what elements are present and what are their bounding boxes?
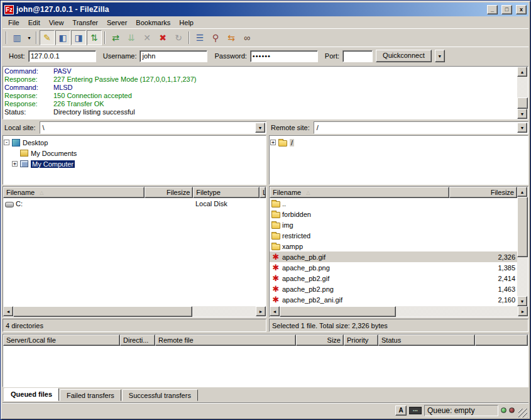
remote-file-row[interactable]: ✱apache_pb2_ani.gif 2,160 <box>270 294 517 305</box>
tree-item-root[interactable]: + / <box>270 137 527 148</box>
toggle-queue-view-icon[interactable]: ⇅ <box>87 30 102 45</box>
remote-file-row-selected[interactable]: ✱apache_pb.gif 2,326 <box>270 251 517 262</box>
find-files-icon[interactable]: ∞ <box>239 30 255 45</box>
combo-dropdown-icon[interactable]: ▼ <box>517 123 527 133</box>
app-icon: Fz <box>4 5 14 14</box>
scrollbar-thumb[interactable] <box>280 306 396 317</box>
scrollbar-thumb[interactable] <box>517 197 528 257</box>
directory-comparison-icon[interactable]: ⚲ <box>208 30 223 45</box>
remote-vertical-scrollbar[interactable]: ▲ ▼ <box>517 187 528 306</box>
refresh-icon[interactable]: ⇄ <box>108 30 123 45</box>
remote-file-row[interactable]: ✱apache_pb.png 1,385 <box>270 262 517 273</box>
menu-transfer[interactable]: Transfer <box>68 18 102 28</box>
tree-item-my-computer[interactable]: + My Computer <box>12 158 265 169</box>
scroll-right-icon[interactable]: ► <box>518 306 528 316</box>
my-computer-icon <box>20 160 28 167</box>
scroll-down-icon[interactable]: ▼ <box>517 109 527 119</box>
tab-successful-transfers[interactable]: Successful transfers <box>122 389 198 401</box>
column-header-filetype[interactable]: Filetype <box>193 187 260 198</box>
column-header-filename[interactable]: Filename△ <box>270 187 449 198</box>
title-bar[interactable]: Fz john@127.0.0.1 - FileZilla _ □ x <box>3 3 528 16</box>
local-list-header: Filename△ Filesize Filetype L <box>3 187 266 198</box>
remote-file-row[interactable]: restricted <box>270 230 517 241</box>
menu-edit[interactable]: Edit <box>24 18 45 28</box>
activity-led-green-icon <box>501 407 506 413</box>
tab-queued-files[interactable]: Queued files <box>4 388 59 401</box>
resize-grip[interactable] <box>518 409 527 417</box>
scroll-up-icon[interactable]: ▲ <box>517 187 527 197</box>
menu-file[interactable]: File <box>4 18 24 28</box>
column-header-filesize[interactable]: Filesize <box>449 187 517 198</box>
column-header-priority[interactable]: Priority <box>344 334 378 346</box>
scroll-down-icon[interactable]: ▼ <box>517 296 527 306</box>
toggle-remote-tree-icon[interactable]: ◨ <box>71 30 86 45</box>
site-manager-dropdown-icon[interactable]: ▼ <box>25 30 33 45</box>
remote-file-row[interactable]: forbidden <box>270 209 517 219</box>
synchronized-browsing-icon[interactable]: ⇆ <box>224 30 239 45</box>
menu-help[interactable]: Help <box>175 18 198 28</box>
maximize-button[interactable]: □ <box>501 5 512 14</box>
column-header-filesize[interactable]: Filesize <box>145 187 193 198</box>
column-header-size[interactable]: Size <box>296 334 344 346</box>
transfer-queue: Server/Local file Directi... Remote file… <box>3 334 528 387</box>
column-header-server-local-file[interactable]: Server/Local file <box>3 334 120 346</box>
password-input[interactable]: •••••• <box>250 50 318 62</box>
remote-list-header: Filename△ Filesize <box>270 187 517 198</box>
username-input[interactable]: john <box>140 50 207 62</box>
close-button[interactable]: x <box>516 5 527 14</box>
log-vertical-scrollbar[interactable]: ▲ ▼ <box>517 67 528 119</box>
scroll-left-icon[interactable]: ◄ <box>270 306 280 316</box>
toggle-log-view-icon[interactable]: ✎ <box>40 30 55 45</box>
image-file-icon: ✱ <box>271 274 280 283</box>
tree-item-my-documents[interactable]: My Documents <box>12 148 265 158</box>
toggle-local-tree-icon[interactable]: ◧ <box>55 30 70 45</box>
remote-file-row[interactable]: .. <box>270 198 517 209</box>
file-name: C: <box>16 200 23 207</box>
column-header-filename[interactable]: Filename△ <box>3 187 145 198</box>
log-line-label: Response: <box>4 75 53 84</box>
remote-file-row[interactable]: img <box>270 219 517 230</box>
remote-file-row[interactable]: ✱apache_pb2.gif 2,414 <box>270 273 517 284</box>
port-input[interactable] <box>342 50 373 62</box>
tab-failed-transfers[interactable]: Failed transfers <box>60 389 121 401</box>
combo-dropdown-icon[interactable]: ▼ <box>255 123 265 133</box>
remote-horizontal-scrollbar[interactable]: ◄ ► <box>270 306 528 317</box>
local-horizontal-scrollbar[interactable]: ◄ ► <box>3 306 266 317</box>
column-header-remote-file[interactable]: Remote file <box>155 334 296 346</box>
scroll-left-icon[interactable]: ◄ <box>3 306 13 316</box>
status-bar: A ▪▪▪ Queue: empty <box>3 402 528 417</box>
log-line-text: 226 Transfer OK <box>53 100 104 108</box>
local-site-combo[interactable]: \ ▼ <box>40 121 266 134</box>
tree-item-desktop[interactable]: - Desktop <box>4 137 265 148</box>
local-pane: Local site: \ ▼ - Desktop My Documents <box>3 121 266 332</box>
column-header-direction[interactable]: Directi... <box>120 334 155 346</box>
quickconnect-dropdown-icon[interactable]: ▼ <box>435 50 445 62</box>
menu-server[interactable]: Server <box>102 18 131 28</box>
collapse-icon[interactable]: - <box>4 140 9 145</box>
remote-file-row[interactable]: ✱apache_pb2.png 1,463 <box>270 284 517 294</box>
scrollbar-thumb[interactable] <box>517 97 528 109</box>
site-manager-icon[interactable]: ▥ <box>9 30 25 45</box>
menu-bookmarks[interactable]: Bookmarks <box>131 18 175 28</box>
transfer-type-indicator-icon: A <box>395 406 407 416</box>
host-input[interactable]: 127.0.0.1 <box>28 50 96 62</box>
process-queue-icon[interactable]: ⇊ <box>124 30 139 45</box>
scroll-up-icon[interactable]: ▲ <box>517 67 527 77</box>
local-file-row[interactable]: C: Local Disk <box>3 198 266 209</box>
file-type: Local Disk <box>195 200 227 207</box>
disconnect-icon[interactable]: ✖ <box>155 30 170 45</box>
column-header-status[interactable]: Status <box>378 334 475 346</box>
scroll-right-icon[interactable]: ► <box>256 306 266 316</box>
remote-list-body: .. forbidden img <box>270 198 517 306</box>
quickconnect-button[interactable]: Quickconnect <box>376 50 432 62</box>
expand-icon[interactable]: + <box>12 161 18 167</box>
column-header-lastmodified[interactable]: L <box>260 187 266 198</box>
minimize-button[interactable]: _ <box>487 5 498 14</box>
remote-site-combo[interactable]: / ▼ <box>314 121 528 134</box>
remote-file-row[interactable]: xampp <box>270 241 517 251</box>
scrollbar-thumb[interactable] <box>13 306 192 317</box>
directory-filters-icon[interactable]: ☰ <box>192 30 207 45</box>
menu-view[interactable]: View <box>45 18 68 28</box>
message-log-lines: Command:PASV Response:227 Entering Passi… <box>3 67 517 119</box>
expand-icon[interactable]: + <box>270 140 276 145</box>
